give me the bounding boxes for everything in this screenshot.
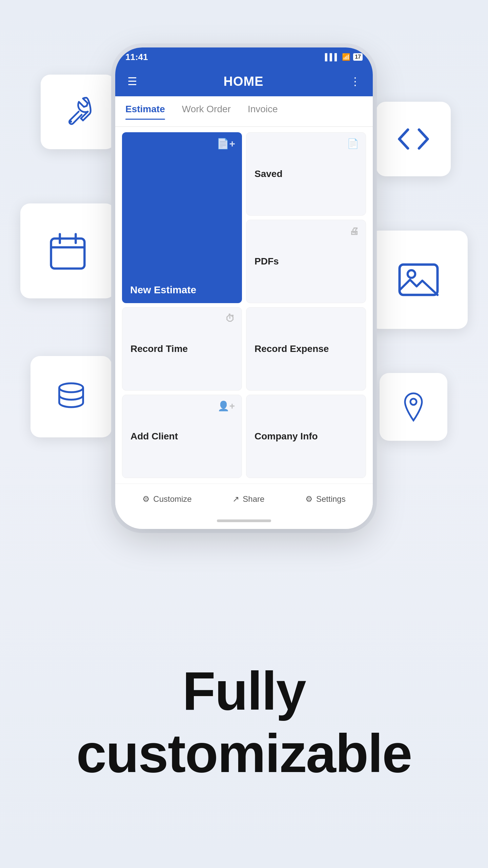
tab-work-order[interactable]: Work Order [182,104,231,119]
float-card-database [30,356,112,437]
tab-bar: Estimate Work Order Invoice [115,96,373,127]
status-bar: 11:41 ▌▌▌ 📶 17 [115,47,373,66]
btn-record-time[interactable]: Record Time ⏱ [122,307,242,391]
app-title: HOME [224,74,264,89]
svg-point-5 [410,399,416,405]
new-estimate-icon: 📄+ [217,138,235,150]
status-icons: ▌▌▌ 📶 17 [325,53,363,61]
svg-point-0 [70,120,72,123]
btn-add-client[interactable]: Add Client 👤+ [122,395,242,478]
time-icon: ⏱ [225,313,235,324]
settings-item[interactable]: ⚙ Settings [305,494,346,504]
svg-rect-1 [51,239,85,269]
float-card-pin [380,373,447,441]
svg-point-4 [408,270,415,278]
image-icon [395,256,442,303]
wifi-icon: 📶 [342,53,350,61]
pdfs-icon: 🖨 [349,225,359,237]
signal-icon: ▌▌▌ [325,53,340,61]
float-card-wrench [41,75,115,149]
headline: Fully customizable [76,660,412,785]
menu-icon[interactable]: ☰ [127,75,137,88]
customize-item[interactable]: ⚙ Customize [142,494,191,504]
status-time: 11:41 [125,52,148,62]
customize-icon: ⚙ [142,494,150,504]
calendar-icon [46,229,90,273]
share-icon: ↗ [232,494,239,504]
phone-mockup: 11:41 ▌▌▌ 📶 17 ☰ HOME ⋮ Estimate Wor [115,47,373,529]
btn-record-expense[interactable]: Record Expense [246,307,366,391]
float-card-code [376,102,451,176]
page-wrapper: 11:41 ▌▌▌ 📶 17 ☰ HOME ⋮ Estimate Wor [0,0,488,868]
share-item[interactable]: ↗ Share [232,494,264,504]
more-options-icon[interactable]: ⋮ [350,75,361,88]
battery-icon: 17 [353,53,363,61]
saved-icon: 📄 [347,138,359,149]
tab-invoice[interactable]: Invoice [248,104,278,119]
btn-saved[interactable]: Saved 📄 [246,132,366,216]
text-section: Fully customizable [0,576,488,868]
phone-home-indicator [217,519,271,522]
database-icon [53,378,90,415]
grid-section: 📄+ New Estimate Saved 📄 PDFs 🖨 Record Ti… [115,127,373,484]
btn-company-info[interactable]: Company Info [246,395,366,478]
add-client-icon: 👤+ [218,400,235,412]
app-bar: ☰ HOME ⋮ [115,66,373,96]
btn-new-estimate[interactable]: 📄+ New Estimate [122,132,242,303]
pin-icon [396,390,430,424]
btn-pdfs[interactable]: PDFs 🖨 [246,220,366,303]
code-icon [395,120,432,158]
float-card-calendar [20,203,115,298]
tab-estimate[interactable]: Estimate [125,104,165,119]
wrench-icon [59,93,97,131]
svg-point-2 [59,383,83,392]
float-card-image [369,231,468,329]
bottom-bar: ⚙ Customize ↗ Share ⚙ Settings [115,484,373,514]
settings-icon: ⚙ [305,494,313,504]
phone-section: 11:41 ▌▌▌ 📶 17 ☰ HOME ⋮ Estimate Wor [0,0,488,576]
